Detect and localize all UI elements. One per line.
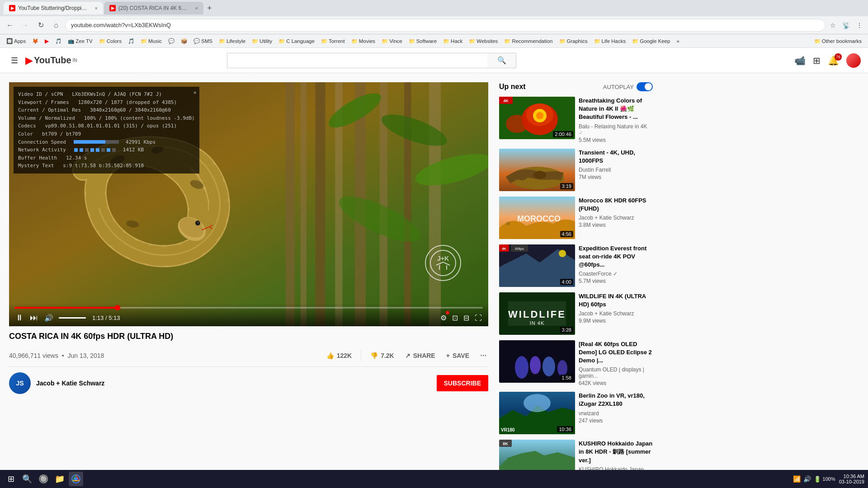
bookmark-colors-label: Colors (107, 38, 122, 44)
channel-row: JS Jacob + Katie Schwarz SUBSCRIBE (9, 367, 488, 399)
rec-views-0: 5.5M views (579, 137, 653, 143)
miniplayer-button[interactable]: ⊡ (451, 313, 459, 323)
rec-video-3[interactable]: 4K 60fps 4:00 Expedition Everest front s… (499, 244, 653, 287)
bookmark-music1[interactable]: 🎵 (52, 37, 64, 45)
bookmark-graphics[interactable]: 📁 Graphics (557, 37, 590, 45)
apps-grid-icon[interactable]: ⊞ (813, 55, 821, 66)
bookmark-youtube[interactable]: ▶ (42, 37, 52, 45)
refresh-button[interactable]: ↻ (34, 19, 47, 32)
bookmark-utility-label: Utility (259, 38, 272, 44)
bookmark-movies[interactable]: 📁 Movies (349, 37, 378, 45)
settings-button[interactable]: ⚙ ! (439, 313, 448, 323)
start-button[interactable]: ⊞ (4, 472, 18, 486)
bookmark-other[interactable]: 📁 Other bookmarks (811, 37, 864, 45)
hamburger-menu-icon[interactable]: ☰ (7, 52, 22, 69)
bookmark-websites[interactable]: 📁 Websites (466, 37, 500, 45)
share-button[interactable]: ↗ SHARE (403, 348, 437, 363)
notification-bell-icon[interactable]: 🔔 76 (828, 55, 839, 66)
tab-1[interactable]: ▶ YouTube Stuttering/Dropping fr... × (4, 2, 103, 14)
rec-video-2[interactable]: MOROCCO 4:56 Morocco 8K HDR 60FPS (FUHD)… (499, 197, 653, 239)
back-button[interactable]: ← (4, 19, 16, 32)
video-player[interactable]: × Video ID / sCPN LXb3EKWsInQ / AJAQ (FC… (9, 82, 488, 326)
bookmark-googlekeep[interactable]: 📁 Google Keep (629, 37, 673, 45)
channel-avatar[interactable]: JS (9, 372, 31, 394)
autoplay-switch[interactable] (637, 82, 653, 91)
bookmark-utility[interactable]: 📁 Utility (249, 37, 275, 45)
save-button[interactable]: + SAVE (444, 348, 471, 363)
share-label: SHARE (413, 352, 435, 359)
music1-icon: 🎵 (55, 38, 61, 44)
clang-icon: 📁 (278, 38, 285, 44)
channel-watermark[interactable]: J+K (425, 245, 461, 281)
bookmark-clang[interactable]: 📁 C Language (276, 37, 317, 45)
taskbar: ⊞ 🔍 🔘 📁 📶 🔊 🔋 100% 10:36 AM 03-10-2019 (0, 470, 868, 488)
forward-button[interactable]: → (19, 19, 32, 32)
bookmark-recommendation[interactable]: 📁 Recommendation (501, 37, 555, 45)
rec-thumb-4: WILDLIFE IN 4K 3:28 (499, 292, 575, 335)
like-button[interactable]: 👍 122K (325, 348, 354, 363)
subscribe-button[interactable]: SUBSCRIBE (437, 375, 488, 391)
bookmark-more[interactable]: » (674, 38, 682, 45)
taskbar-cortana[interactable]: 🔘 (36, 472, 51, 486)
rec-video-4[interactable]: WILDLIFE IN 4K 3:28 WILDLIFE IN 4K (ULTR… (499, 292, 653, 335)
rec-video-6[interactable]: 10:36 VR180 Berlin Zoo in VR, vr180, iZu… (499, 392, 653, 434)
video-camera-icon[interactable]: 📹 (794, 55, 806, 66)
stat-connection: Connection Speed 42991 Kbps (18, 138, 195, 146)
search-button[interactable]: 🔍 (487, 53, 516, 68)
rec-duration-0: 2:00:46 (553, 131, 573, 137)
youtube-logo[interactable]: ▶ YouTube IN (25, 55, 77, 66)
video-controls: ⏸ ⏭ 🔊 1:13 / 5:13 ⚙ (9, 303, 488, 326)
rec-duration-5: 1:58 (560, 375, 573, 381)
bookmark-apps[interactable]: 🔲 Apps (4, 37, 28, 45)
settings-icon[interactable]: ⋮ (854, 20, 864, 31)
bookmark-music2[interactable]: 🎵 (125, 37, 137, 45)
video-title: COSTA RICA IN 4K 60fps HDR (ULTRA HD) (9, 332, 488, 341)
bookmark-whatsapp[interactable]: 💬 (165, 37, 177, 45)
rec-video-5[interactable]: 1:58 [Real 4K 60fps OLED Demo] LG OLED E… (499, 340, 653, 387)
next-video-button[interactable]: ⏭ (29, 312, 39, 324)
taskbar-search[interactable]: 🔍 (20, 472, 34, 486)
tab-1-close[interactable]: × (92, 5, 98, 11)
bookmark-lifestyle[interactable]: 📁 Lifestyle (216, 37, 248, 45)
channel-name[interactable]: Jacob + Katie Schwarz (36, 380, 431, 387)
volume-slider[interactable] (59, 317, 86, 319)
stats-close-button[interactable]: × (193, 89, 197, 97)
play-pause-button[interactable]: ⏸ (14, 312, 24, 324)
tab-2[interactable]: ▶ (20) COSTA RICA IN 4K 60fp... × (104, 2, 203, 14)
new-tab-button[interactable]: + (204, 4, 215, 13)
bookmark-star-icon[interactable]: ☆ (828, 20, 838, 31)
chromecast-icon[interactable]: 📡 (840, 20, 852, 31)
whatsapp-icon: 💬 (168, 38, 175, 44)
user-avatar[interactable] (846, 53, 861, 68)
volume-button[interactable]: 🔊 (43, 313, 54, 323)
fullscreen-button[interactable]: ⛶ (474, 313, 483, 323)
bookmark-sms[interactable]: 💬 SMS (191, 37, 215, 45)
rec-video-0[interactable]: 4K 2:00:46 Breathtaking Colors of Nature… (499, 97, 653, 143)
rec-video-1[interactable]: 3:19 Transient - 4K, UHD, 1000FPS Dustin… (499, 149, 653, 191)
bookmark-box[interactable]: 📦 (178, 37, 190, 45)
theater-mode-button[interactable]: ⊟ (462, 313, 470, 323)
bookmark-hack[interactable]: 📁 Hack (440, 37, 465, 45)
bookmark-music-folder[interactable]: 📁 Music (138, 37, 165, 45)
video-section: × Video ID / sCPN LXb3EKWsInQ / AJAQ (FC… (9, 82, 488, 488)
bookmark-firefox[interactable]: 🦊 (29, 37, 41, 45)
address-input[interactable] (65, 19, 826, 32)
bookmark-torrent[interactable]: 📁 Torrent (318, 37, 348, 45)
progress-bar[interactable] (14, 307, 483, 309)
home-button[interactable]: ⌂ (50, 19, 62, 32)
rec-info-6: Berlin Zoo in VR, vr180, iZugar Z2XL180 … (579, 392, 653, 434)
search-input[interactable]: 4k hdr 60fps (227, 53, 487, 68)
taskbar-file-explorer[interactable]: 📁 (52, 472, 67, 486)
bookmark-colors[interactable]: 📁 Colors (96, 37, 124, 45)
more-actions-button[interactable]: ⋯ (478, 348, 488, 363)
dislike-button[interactable]: 👎 7.2K (368, 348, 396, 363)
bookmark-vince[interactable]: 📁 Vince (379, 37, 405, 45)
bookmark-lifehacks[interactable]: 📁 Life Hacks (591, 37, 629, 45)
tab-2-close[interactable]: × (193, 5, 198, 11)
video-info: COSTA RICA IN 4K 60fps HDR (ULTRA HD) 40… (9, 326, 488, 405)
bookmark-software[interactable]: 📁 Software (406, 37, 439, 45)
bookmark-zeetv[interactable]: 📺 Zee TV (65, 37, 95, 45)
taskbar-chrome[interactable] (69, 472, 83, 486)
network-icon[interactable]: 📶 (793, 475, 801, 483)
speaker-icon[interactable]: 🔊 (803, 475, 811, 483)
